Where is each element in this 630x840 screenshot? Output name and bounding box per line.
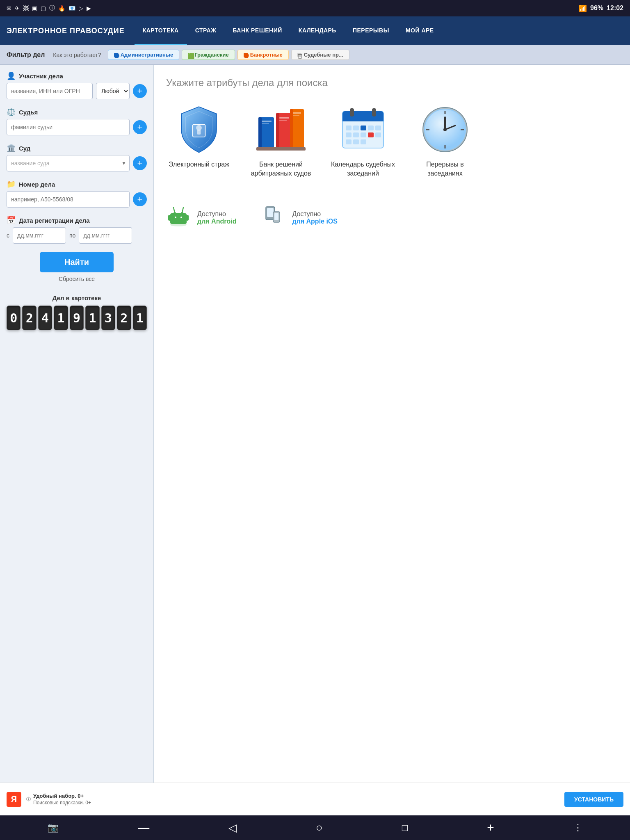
feature-icons-grid: Электронный страж bbox=[166, 105, 618, 178]
calendar-svg bbox=[338, 105, 388, 154]
clock-svg bbox=[420, 105, 470, 154]
date-to-input[interactable] bbox=[79, 227, 132, 244]
nav-back-btn[interactable]: ◁ bbox=[225, 818, 240, 838]
feature-books[interactable]: Банк решений арбитражных судов bbox=[248, 105, 314, 178]
court-select[interactable]: название суда bbox=[7, 155, 130, 171]
counter-digit: 2 bbox=[22, 306, 36, 330]
books-svg bbox=[256, 105, 306, 154]
svg-rect-10 bbox=[279, 120, 287, 121]
nav-recents-btn[interactable]: □ bbox=[399, 819, 411, 837]
search-hint: Укажите атрибуты дела для поиска bbox=[166, 77, 618, 89]
date-from-input[interactable] bbox=[13, 227, 66, 244]
ad-install-button[interactable]: УСТАНОВИТЬ bbox=[564, 792, 623, 807]
svg-rect-31 bbox=[346, 139, 352, 144]
case-number-input[interactable] bbox=[7, 191, 130, 208]
svg-rect-32 bbox=[353, 139, 359, 144]
nav-more-btn[interactable]: ⋮ bbox=[570, 819, 586, 836]
ad-rating: ⓘ bbox=[26, 796, 31, 802]
nav-bar: ЭЛЕКТРОННОЕ ПРАВОСУДИЕ КАРТОТЕКА СТРАЖ Б… bbox=[0, 16, 630, 45]
case-number-add-btn[interactable]: + bbox=[133, 192, 147, 206]
android-icon bbox=[166, 203, 191, 233]
svg-rect-24 bbox=[368, 126, 374, 130]
feature-clock[interactable]: Перерывы в заседаниях bbox=[412, 105, 478, 178]
ios-app-item[interactable]: Доступно для Apple iOS bbox=[261, 203, 338, 233]
nav-item-breaks[interactable]: ПЕРЕРЫВЫ bbox=[345, 16, 397, 45]
counter-digit: 3 bbox=[101, 306, 115, 330]
case-icon: 📁 bbox=[7, 180, 16, 189]
svg-rect-12 bbox=[290, 109, 293, 148]
judge-icon: ⚖️ bbox=[7, 107, 16, 116]
tab-admin[interactable]: 🅐 Административные bbox=[108, 50, 179, 60]
svg-rect-54 bbox=[267, 208, 274, 217]
svg-rect-49 bbox=[168, 215, 171, 221]
feature-shield-label: Электронный страж bbox=[169, 160, 229, 169]
participant-icon: 👤 bbox=[7, 71, 16, 80]
court-icon: 🏛️ bbox=[7, 144, 16, 153]
judge-add-btn[interactable]: + bbox=[133, 120, 147, 134]
participant-input[interactable] bbox=[7, 83, 93, 99]
participant-label: 👤 Участник дела bbox=[7, 71, 147, 80]
reset-link[interactable]: Сбросить все bbox=[7, 276, 147, 282]
svg-rect-14 bbox=[293, 115, 299, 116]
feature-books-label: Банк решений арбитражных судов bbox=[248, 160, 314, 178]
brand-title: ЭЛЕКТРОННОЕ ПРАВОСУДИЕ bbox=[7, 27, 125, 35]
svg-rect-6 bbox=[262, 123, 269, 124]
ios-link[interactable]: для Apple iOS bbox=[292, 218, 338, 225]
nav-item-kartoteka[interactable]: КАРТОТЕКА bbox=[135, 16, 187, 45]
left-panel: 👤 Участник дела Любой + ⚖️ Судья + bbox=[0, 65, 154, 783]
tab-court[interactable]: ▢ Судебные пр... bbox=[291, 50, 349, 60]
nav-item-my[interactable]: МОЙ АРЕ bbox=[397, 16, 442, 45]
date-from-label: с bbox=[7, 232, 9, 239]
nav-plus-btn[interactable]: + bbox=[484, 817, 498, 838]
counter-digit: 2 bbox=[117, 306, 131, 330]
nav-item-strazh[interactable]: СТРАЖ bbox=[187, 16, 225, 45]
nav-home-btn[interactable]: ○ bbox=[313, 818, 326, 838]
date-label: 📅 Дата регистрации дела bbox=[7, 216, 147, 225]
nav-item-calendar[interactable]: КАЛЕНДАРЬ bbox=[290, 16, 345, 45]
admin-dot: 🅐 bbox=[114, 53, 118, 57]
feature-shield[interactable]: Электронный страж bbox=[166, 105, 232, 178]
feature-clock-label: Перерывы в заседаниях bbox=[412, 160, 478, 178]
status-bar: ✉ ✈ 🖼 ▣ ▢ ⓘ 🔥 📧 ▷ ▶ 📶 96% 12:02 bbox=[0, 0, 630, 16]
tab-bankrupt[interactable]: 🅑 Банкротные bbox=[237, 50, 289, 60]
ad-banner: Я ⓘ Удобный набор. 0+ Поисковые подсказк… bbox=[0, 783, 630, 815]
ad-subtitle: Поисковые подсказки. 0+ bbox=[33, 800, 91, 806]
court-select-wrap: название суда ▼ bbox=[7, 155, 130, 171]
svg-rect-18 bbox=[342, 117, 383, 121]
participant-type-select[interactable]: Любой bbox=[96, 83, 130, 99]
back-btn[interactable]: — bbox=[135, 818, 153, 838]
court-add-btn[interactable]: + bbox=[133, 156, 147, 170]
status-icons-left: ✉ ✈ 🖼 ▣ ▢ ⓘ 🔥 📧 ▷ ▶ bbox=[7, 5, 91, 12]
judge-field-row: + bbox=[7, 119, 147, 135]
how-it-works-link[interactable]: Как это работает? bbox=[53, 52, 101, 58]
counter-digit: 1 bbox=[133, 306, 147, 330]
date-to-label: по bbox=[69, 232, 75, 239]
svg-rect-27 bbox=[353, 132, 359, 137]
search-button[interactable]: Найти bbox=[40, 252, 114, 272]
svg-rect-25 bbox=[375, 126, 381, 130]
android-app-item[interactable]: Доступно для Android bbox=[166, 203, 236, 233]
svg-rect-22 bbox=[353, 126, 359, 130]
android-link[interactable]: для Android bbox=[197, 218, 236, 225]
arrow-icon-1: ▷ bbox=[79, 5, 83, 11]
calendar-icon: 📅 bbox=[7, 216, 16, 225]
square-icon-1: ▣ bbox=[32, 5, 37, 11]
svg-point-52 bbox=[180, 217, 182, 218]
participant-add-btn[interactable]: + bbox=[133, 84, 147, 98]
judge-field-group: ⚖️ Судья + bbox=[7, 107, 147, 135]
camera-btn[interactable]: 📷 bbox=[44, 819, 62, 836]
nav-item-bank[interactable]: БАНК РЕШЕНИЙ bbox=[224, 16, 290, 45]
ad-info-wrap: ⓘ Удобный набор. 0+ Поисковые подсказки.… bbox=[26, 793, 91, 806]
svg-rect-23 bbox=[361, 126, 366, 130]
svg-rect-29 bbox=[368, 132, 374, 137]
ios-icon bbox=[261, 203, 285, 233]
tab-civil[interactable]: 🟩 Гражданские bbox=[182, 50, 235, 60]
svg-line-47 bbox=[173, 208, 175, 212]
counter-digit: 0 bbox=[7, 306, 21, 330]
judge-input[interactable] bbox=[7, 119, 130, 135]
counter-digit: 4 bbox=[38, 306, 52, 330]
counter-digit: 1 bbox=[85, 306, 99, 330]
svg-rect-5 bbox=[262, 121, 272, 122]
feature-calendar[interactable]: Календарь судебных заседаний bbox=[330, 105, 396, 178]
judge-label: ⚖️ Судья bbox=[7, 107, 147, 116]
